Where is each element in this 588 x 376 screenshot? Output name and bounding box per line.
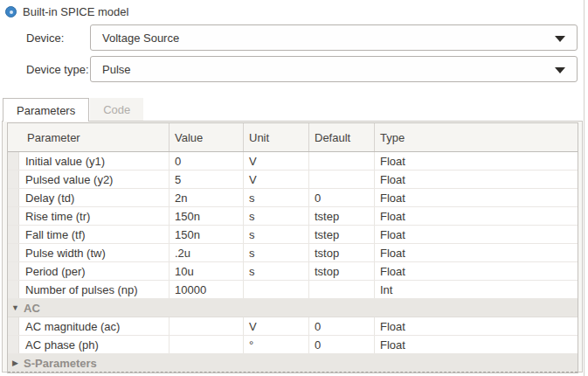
device-type-select-value: Pulse xyxy=(102,63,131,76)
builtin-spice-model-label: Built-in SPICE model xyxy=(23,5,128,18)
cell-unit[interactable]: V xyxy=(244,317,309,335)
chevron-down-icon xyxy=(555,36,565,42)
row-indent xyxy=(8,262,19,280)
cell-value[interactable] xyxy=(169,317,244,335)
table-row: AC magnitude (ac)V0Float xyxy=(8,317,578,336)
row-indent xyxy=(8,189,19,206)
cell-unit[interactable]: s xyxy=(244,189,309,206)
cell-unit[interactable]: s xyxy=(244,226,309,243)
cell-default[interactable]: 0 xyxy=(309,189,375,206)
cell-type[interactable]: Float xyxy=(375,152,578,170)
cell-parameter[interactable]: Fall time (tf) xyxy=(19,226,169,243)
row-indent xyxy=(8,152,19,170)
column-header-unit[interactable]: Unit xyxy=(244,123,309,151)
cell-type[interactable]: Float xyxy=(375,317,578,335)
cell-default[interactable]: 0 xyxy=(309,336,375,353)
cell-unit[interactable]: V xyxy=(244,171,309,188)
row-indent xyxy=(8,226,19,243)
cell-unit[interactable]: s xyxy=(244,207,309,225)
parameters-table-body: Initial value (y1)0VFloatPulsed value (y… xyxy=(8,152,578,373)
device-select-value: Voltage Source xyxy=(102,31,179,45)
cell-default[interactable]: tstep xyxy=(309,226,375,243)
table-row: Pulse width (tw).2uststopFloat xyxy=(8,244,578,262)
cell-default[interactable]: tstep xyxy=(309,207,375,225)
chevron-down-icon xyxy=(555,67,565,73)
cell-default[interactable] xyxy=(309,171,375,188)
row-indent xyxy=(8,336,19,353)
group-label: S-Parameters xyxy=(19,357,578,370)
cell-value[interactable] xyxy=(169,336,244,353)
table-row: Number of pulses (np)10000Int xyxy=(8,281,578,299)
cell-value[interactable]: 2n xyxy=(169,189,244,206)
cell-type[interactable]: Int xyxy=(375,281,578,298)
device-select[interactable]: Voltage Source xyxy=(90,24,578,51)
cell-type[interactable]: Float xyxy=(375,171,578,188)
row-indent xyxy=(8,207,19,225)
column-header-value[interactable]: Value xyxy=(169,123,244,151)
cell-parameter[interactable]: Rise time (tr) xyxy=(19,207,169,225)
row-indent xyxy=(8,244,19,261)
cell-parameter[interactable]: Pulse width (tw) xyxy=(19,244,169,261)
column-header-parameter[interactable]: Parameter xyxy=(8,123,169,151)
cell-unit[interactable]: V xyxy=(244,152,309,170)
row-indent xyxy=(8,317,19,335)
table-row: Period (per)10uststopFloat xyxy=(8,262,578,281)
window-edge-divider xyxy=(584,0,585,376)
row-indent xyxy=(8,171,19,188)
cell-value[interactable]: 5 xyxy=(169,171,244,188)
cell-value[interactable]: 150n xyxy=(169,226,244,243)
cell-type[interactable]: Float xyxy=(375,244,578,261)
cell-default[interactable]: tstop xyxy=(309,244,375,261)
cell-parameter[interactable]: Delay (td) xyxy=(19,189,169,206)
column-header-type[interactable]: Type xyxy=(375,123,578,151)
cell-type[interactable]: Float xyxy=(375,189,578,206)
cell-parameter[interactable]: Number of pulses (np) xyxy=(19,281,169,298)
cell-type[interactable]: Float xyxy=(375,207,578,225)
cell-value[interactable]: 10u xyxy=(169,262,244,280)
cell-parameter[interactable]: Initial value (y1) xyxy=(19,152,169,170)
table-header-row: Parameter Value Unit Default Type xyxy=(8,123,578,152)
cell-unit[interactable]: s xyxy=(244,244,309,261)
cell-parameter[interactable]: AC phase (ph) xyxy=(19,336,169,353)
cell-type[interactable]: Float xyxy=(375,226,578,243)
cell-type[interactable]: Float xyxy=(375,336,578,353)
cell-value[interactable]: 10000 xyxy=(169,281,244,298)
table-row: Rise time (tr)150nststepFloat xyxy=(8,207,578,226)
cell-default[interactable] xyxy=(309,152,375,170)
cell-value[interactable]: 0 xyxy=(169,152,244,170)
tab-bar: Parameters Code xyxy=(3,98,143,122)
cell-parameter[interactable]: Pulsed value (y2) xyxy=(19,171,169,188)
device-label: Device: xyxy=(26,24,64,51)
parameters-table: Parameter Value Unit Default Type Initia… xyxy=(7,122,578,373)
group-row[interactable]: ▼AC xyxy=(8,299,578,317)
device-type-select[interactable]: Pulse xyxy=(90,56,578,82)
cell-parameter[interactable]: Period (per) xyxy=(19,262,169,280)
device-type-label: Device type: xyxy=(26,56,89,82)
cell-value[interactable]: 150n xyxy=(169,207,244,225)
group-label: AC xyxy=(19,302,578,315)
cell-unit[interactable]: s xyxy=(244,262,309,280)
cell-parameter[interactable]: AC magnitude (ac) xyxy=(19,317,169,335)
builtin-spice-model-option[interactable]: Built-in SPICE model xyxy=(5,5,128,18)
row-indent xyxy=(8,281,19,298)
cell-default[interactable]: 0 xyxy=(309,317,375,335)
table-row: Initial value (y1)0VFloat xyxy=(8,152,578,171)
cell-value[interactable]: .2u xyxy=(169,244,244,261)
column-header-default[interactable]: Default xyxy=(309,123,375,151)
table-row: Delay (td)2ns0Float xyxy=(8,189,578,207)
group-row[interactable]: ▶S-Parameters xyxy=(8,354,578,373)
radio-selected-icon[interactable] xyxy=(5,6,17,17)
cell-unit[interactable] xyxy=(244,281,309,298)
cell-type[interactable]: Float xyxy=(375,262,578,280)
cell-default[interactable] xyxy=(309,281,375,298)
table-row: Pulsed value (y2)5VFloat xyxy=(8,171,578,189)
cell-unit[interactable]: ° xyxy=(244,336,309,353)
tab-parameters[interactable]: Parameters xyxy=(3,98,89,122)
cell-default[interactable]: tstop xyxy=(309,262,375,280)
tab-code[interactable]: Code xyxy=(90,98,143,121)
table-row: AC phase (ph)°0Float xyxy=(8,336,578,354)
table-row: Fall time (tf)150nststepFloat xyxy=(8,226,578,244)
